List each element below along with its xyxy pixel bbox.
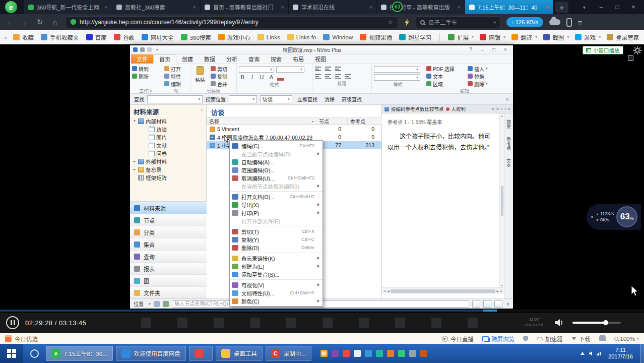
- tab-list-chevron-icon[interactable]: ▾: [583, 5, 586, 10]
- nvivo-help-icon[interactable]: ?: [466, 47, 475, 52]
- tab-close-icon[interactable]: ×: [369, 4, 372, 10]
- nvivo-menu-tab[interactable]: 首页: [153, 54, 176, 64]
- tab-close-icon[interactable]: ×: [193, 4, 196, 10]
- font-family-combo[interactable]: ▾: [239, 66, 274, 73]
- detail-side-tab[interactable]: 参考点: [505, 137, 512, 150]
- align-right-icon[interactable]: [335, 74, 342, 79]
- screenshot-tool-icon[interactable]: [628, 55, 633, 61]
- font-color-icon[interactable]: [277, 78, 284, 81]
- nav-view-button[interactable]: 图: [130, 274, 207, 286]
- context-menu-item[interactable]: 自动编码(A)...: [230, 158, 323, 166]
- uncode-button[interactable]: [483, 300, 491, 308]
- tree-item[interactable]: 文献: [130, 141, 206, 149]
- chevron-down-icon[interactable]: ▾: [503, 35, 505, 39]
- cloud-sync-icon[interactable]: [549, 19, 560, 25]
- nvivo-menu-tab[interactable]: 分析: [221, 54, 243, 64]
- taskbar-clock[interactable]: 7:11 2017/7/16: [608, 347, 633, 360]
- nvivo-close-icon[interactable]: ×: [501, 47, 510, 52]
- tab-close-icon[interactable]: ×: [458, 4, 461, 10]
- context-menu-item[interactable]: 打印(P): [230, 209, 323, 217]
- url-text[interactable]: http://yanjiuke.hep.com.cn/course/146/ac…: [80, 19, 384, 26]
- context-menu-item[interactable]: 剪切(T) Ctrl+X: [230, 227, 323, 235]
- code-button[interactable]: [472, 300, 480, 308]
- nvivo-menu-tab[interactable]: 布局: [287, 54, 309, 64]
- back-icon[interactable]: ‹: [5, 18, 14, 27]
- context-menu-item[interactable]: 文档特性(U)... Ctrl+Shift+P: [230, 289, 323, 297]
- context-menu-item[interactable]: 可视化(V): [230, 281, 323, 289]
- scroll-left-icon[interactable]: ‹: [501, 106, 502, 111]
- browser-tab[interactable]: 任务分享 - 高等教育出版 ×: [377, 0, 465, 14]
- cross-screen-button[interactable]: 跨屏浏览: [482, 335, 514, 343]
- tray-icon[interactable]: [420, 350, 427, 357]
- bookmark-item[interactable]: Window: [320, 32, 356, 43]
- advanced-find-button[interactable]: 高级查找: [340, 95, 364, 103]
- column-header-nodes[interactable]: 节点: [316, 117, 348, 125]
- ribbon-button[interactable]: 合并: [211, 80, 227, 87]
- style-combo-2[interactable]: ▾: [374, 74, 420, 81]
- undo-icon[interactable]: [140, 47, 145, 52]
- detail-side-tab[interactable]: 摘要: [505, 119, 512, 129]
- context-menu-item[interactable]: 备忘录链接(K): [230, 254, 323, 262]
- ribbon-button[interactable]: 复制: [211, 73, 227, 80]
- find-value-combo[interactable]: ▾: [147, 95, 203, 103]
- close-button[interactable]: ×: [626, 1, 641, 13]
- context-menu-item[interactable]: 创建为(E): [230, 262, 323, 270]
- show-desktop-button[interactable]: [640, 344, 644, 363]
- taskbar-search-icon[interactable]: [30, 349, 39, 358]
- nav-view-button[interactable]: 分类: [130, 226, 207, 238]
- panel-collapse-icon[interactable]: ‹: [201, 107, 203, 116]
- detail-close-icon[interactable]: ×: [496, 106, 499, 111]
- bookmark-item[interactable]: 超星学习: [396, 32, 434, 43]
- ribbon-button[interactable]: 文本: [426, 73, 465, 80]
- tree-item[interactable]: ▸ 外部材料: [130, 157, 206, 165]
- nav-view-button[interactable]: 集合: [130, 238, 207, 250]
- tree-item[interactable]: 问卷: [130, 149, 206, 157]
- mini-window-badge[interactable]: 小窗口播放: [583, 46, 623, 54]
- player-settings-gear-icon[interactable]: [633, 46, 642, 55]
- download-manager-button[interactable]: 下载: [571, 335, 591, 343]
- zoom-chevron-icon[interactable]: ▾: [637, 336, 639, 341]
- tab-close-icon[interactable]: ×: [546, 4, 549, 10]
- bookmark-item[interactable]: 360搜索: [178, 32, 214, 43]
- context-menu-item[interactable]: 打开外部文件(E): [230, 217, 323, 226]
- speaker-icon[interactable]: [554, 319, 565, 327]
- tray-icon[interactable]: M: [320, 350, 328, 357]
- quick-access-chevron-icon[interactable]: ▾: [156, 48, 158, 52]
- tree-item[interactable]: 图片: [130, 133, 206, 141]
- taskbar-app-button[interactable]: e 7.15上午8：30...: [46, 346, 113, 361]
- tray-icon[interactable]: [365, 350, 372, 357]
- nvivo-menu-tab[interactable]: 数据: [199, 54, 221, 64]
- tree-item[interactable]: ▸ 备忘录: [130, 165, 206, 173]
- new-tab-button[interactable]: +: [555, 2, 568, 13]
- scrollbar-thumb[interactable]: [391, 289, 495, 293]
- security-check-icon[interactable]: [523, 336, 528, 342]
- tab-close-icon[interactable]: ×: [281, 4, 284, 10]
- browser-tab[interactable]: 360导航_新一代安全上网 ×: [24, 0, 112, 14]
- nvivo-menu-tab[interactable]: 探索: [265, 54, 287, 64]
- bookmark-item[interactable]: 手机收藏夹: [38, 32, 82, 43]
- url-bar[interactable]: http://yanjiuke.hep.com.cn/course/146/ac…: [66, 16, 398, 28]
- bookmark-item[interactable]: Links: [254, 32, 283, 43]
- favorite-star-icon[interactable]: ☆: [388, 19, 393, 26]
- printer-icon[interactable]: [599, 336, 606, 341]
- bullet-list-icon[interactable]: [314, 66, 321, 72]
- volume-tray-icon[interactable]: [589, 351, 592, 355]
- chevron-down-icon[interactable]: ▾: [567, 35, 569, 39]
- search-box[interactable]: 瓜子二手车 ▾: [416, 16, 500, 28]
- context-menu-item[interactable]: 导出(X): [230, 201, 323, 209]
- tray-icon[interactable]: [354, 350, 361, 357]
- context-menu-item[interactable]: 范围编码(G)...: [230, 166, 323, 174]
- close-quick-coding-icon[interactable]: ×: [506, 301, 509, 307]
- seek-bar[interactable]: [0, 310, 644, 312]
- context-menu-item[interactable]: 编码(C)... Ctrl+F2: [230, 142, 323, 150]
- phone-icon[interactable]: [566, 18, 572, 27]
- bookmark-item[interactable]: 游戏中心: [215, 32, 253, 43]
- context-menu-item[interactable]: 删除(D) Delete: [230, 244, 323, 253]
- ribbon-button[interactable]: 插入 ▾: [468, 65, 501, 72]
- network-speed-badge[interactable]: ↑ 126 KB/s: [506, 17, 543, 27]
- scope-combo[interactable]: 访谈▾: [260, 95, 292, 103]
- pause-button[interactable]: [6, 316, 19, 329]
- format-button[interactable]: U: [258, 74, 266, 81]
- tray-icon[interactable]: [376, 350, 383, 357]
- ribbon-button[interactable]: 刷新: [132, 73, 160, 80]
